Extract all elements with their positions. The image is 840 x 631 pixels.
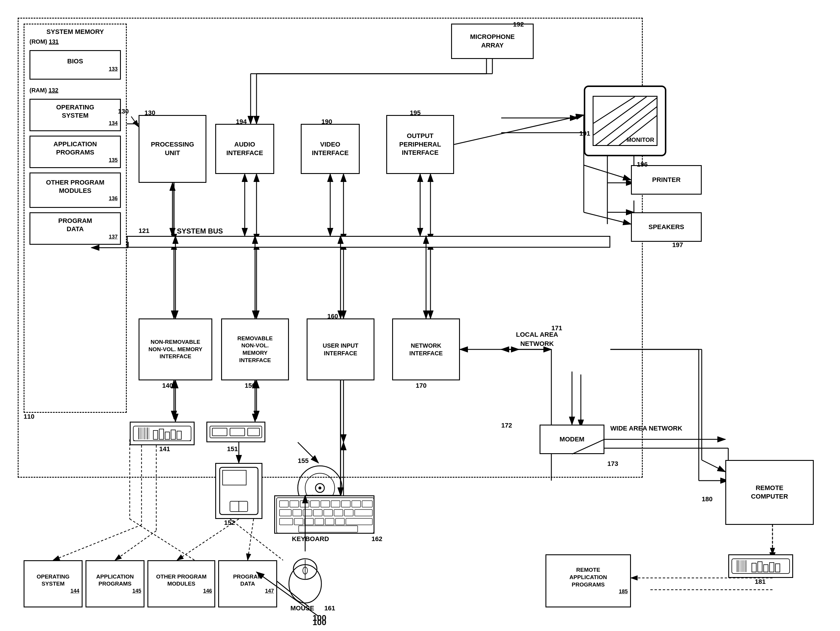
audio-interface-box: AUDIOINTERFACE bbox=[215, 124, 274, 174]
remote-computer-box: REMOTECOMPUTER bbox=[725, 460, 814, 525]
bottom-program-data-box: PROGRAMDATA 147 bbox=[218, 560, 277, 607]
program-data-box: PROGRAMDATA 137 bbox=[30, 212, 121, 245]
label-162: 162 bbox=[371, 535, 382, 543]
label-160: 160 bbox=[327, 312, 338, 320]
svg-rect-92 bbox=[313, 510, 322, 516]
svg-rect-81 bbox=[290, 501, 299, 507]
svg-rect-91 bbox=[303, 510, 312, 516]
svg-rect-103 bbox=[346, 518, 373, 525]
svg-rect-65 bbox=[177, 431, 181, 439]
svg-rect-64 bbox=[171, 430, 175, 439]
label-172: 172 bbox=[501, 422, 512, 429]
svg-rect-118 bbox=[758, 562, 762, 572]
label-171: 171 bbox=[551, 324, 562, 332]
mouse-icon bbox=[286, 551, 324, 604]
svg-line-50 bbox=[594, 97, 647, 135]
microphone-array-box: MICROPHONEARRAY bbox=[451, 24, 534, 59]
svg-rect-52 bbox=[133, 426, 191, 441]
remote-hdd-icon bbox=[728, 554, 793, 578]
svg-rect-101 bbox=[325, 518, 334, 525]
svg-rect-96 bbox=[355, 510, 373, 516]
processing-unit-box: PROCESSINGUNIT bbox=[139, 115, 206, 183]
svg-rect-72 bbox=[223, 470, 246, 485]
svg-rect-102 bbox=[336, 518, 344, 525]
label-196: 196 bbox=[637, 161, 648, 168]
label-120: 130 bbox=[144, 109, 155, 117]
label-155: 155 bbox=[298, 457, 309, 465]
svg-rect-117 bbox=[752, 563, 756, 572]
floppy-icon bbox=[215, 463, 262, 519]
svg-rect-93 bbox=[324, 510, 333, 516]
svg-rect-86 bbox=[341, 501, 350, 507]
wide-area-network-label: WIDE AREA NETWORK bbox=[610, 424, 682, 432]
monitor-box: MONITOR bbox=[584, 85, 666, 156]
user-input-interface-box: USER INPUTINTERFACE bbox=[306, 319, 374, 380]
label-110: 110 bbox=[24, 413, 35, 420]
speakers-box: SPEAKERS bbox=[631, 212, 702, 242]
label-180: 180 bbox=[702, 495, 713, 503]
svg-rect-97 bbox=[279, 518, 293, 525]
label-140: 140 bbox=[162, 382, 173, 390]
svg-line-160 bbox=[53, 525, 142, 560]
svg-rect-87 bbox=[352, 501, 361, 507]
non-removable-memory-box: NON-REMOVABLENON-VOL. MEMORYINTERFACE bbox=[139, 319, 212, 380]
label-161: 161 bbox=[324, 604, 335, 612]
svg-rect-89 bbox=[279, 510, 291, 516]
svg-rect-83 bbox=[311, 501, 319, 507]
svg-rect-98 bbox=[294, 518, 303, 525]
label-190: 190 bbox=[321, 118, 332, 126]
label-195: 195 bbox=[410, 109, 421, 117]
label-130: 130 bbox=[118, 107, 129, 115]
video-interface-box: VIDEOINTERFACE bbox=[301, 124, 360, 174]
svg-rect-94 bbox=[334, 510, 343, 516]
svg-rect-85 bbox=[331, 501, 340, 507]
label-192: 192 bbox=[513, 21, 524, 28]
svg-rect-62 bbox=[159, 429, 164, 439]
svg-rect-80 bbox=[279, 501, 288, 507]
svg-rect-70 bbox=[248, 428, 259, 436]
bottom-app-programs-box: APPLICATIONPROGRAMS 145 bbox=[85, 560, 144, 607]
svg-rect-119 bbox=[764, 565, 768, 572]
svg-rect-69 bbox=[230, 428, 245, 436]
rom-label: (ROM) 131 bbox=[30, 38, 59, 45]
svg-rect-82 bbox=[300, 501, 309, 507]
bottom-other-modules-box: OTHER PROGRAMMODULES 146 bbox=[147, 560, 215, 607]
label-141: 141 bbox=[159, 445, 170, 453]
bios-box: BIOS 133 bbox=[30, 50, 121, 80]
tape-drive-icon bbox=[206, 422, 265, 442]
svg-rect-95 bbox=[344, 510, 353, 516]
label-194: 194 bbox=[236, 118, 247, 126]
svg-rect-90 bbox=[293, 510, 302, 516]
app-programs-box: APPLICATIONPROGRAMS 135 bbox=[30, 136, 121, 168]
system-memory-label: SYSTEM MEMORY bbox=[47, 28, 104, 36]
svg-rect-121 bbox=[775, 564, 780, 572]
ram-label: (RAM) 132 bbox=[30, 87, 58, 94]
svg-rect-99 bbox=[305, 518, 313, 525]
label-173: 173 bbox=[607, 460, 618, 468]
svg-line-164 bbox=[248, 519, 254, 560]
svg-rect-61 bbox=[153, 431, 158, 439]
keyboard-icon bbox=[274, 495, 374, 534]
system-bus-bar bbox=[127, 236, 610, 248]
svg-rect-120 bbox=[769, 563, 774, 572]
label-100-bottom: 100 bbox=[313, 618, 326, 627]
bottom-os-box: OPERATINGSYSTEM 144 bbox=[24, 560, 82, 607]
keyboard-label: KEYBOARD bbox=[292, 535, 329, 543]
label-150: 150 bbox=[245, 382, 256, 390]
svg-rect-68 bbox=[212, 428, 227, 436]
local-area-network-label: LOCAL AREANETWORK bbox=[516, 330, 558, 349]
label-152: 152 bbox=[224, 519, 235, 527]
svg-rect-109 bbox=[732, 559, 789, 574]
label-151: 151 bbox=[227, 445, 238, 453]
output-peripheral-interface-box: OUTPUTPERIPHERALINTERFACE bbox=[386, 115, 454, 174]
removable-memory-box: REMOVABLENON-VOL.MEMORYINTERFACE bbox=[221, 319, 289, 380]
label-170: 170 bbox=[416, 382, 426, 390]
svg-rect-88 bbox=[362, 501, 373, 507]
hdd-icon bbox=[130, 422, 194, 445]
modem-box: MODEM bbox=[540, 424, 605, 454]
printer-box: PRINTER bbox=[631, 165, 702, 195]
svg-point-78 bbox=[319, 486, 321, 489]
label-181: 181 bbox=[755, 578, 766, 585]
svg-rect-63 bbox=[165, 432, 169, 439]
svg-line-162 bbox=[115, 531, 156, 560]
